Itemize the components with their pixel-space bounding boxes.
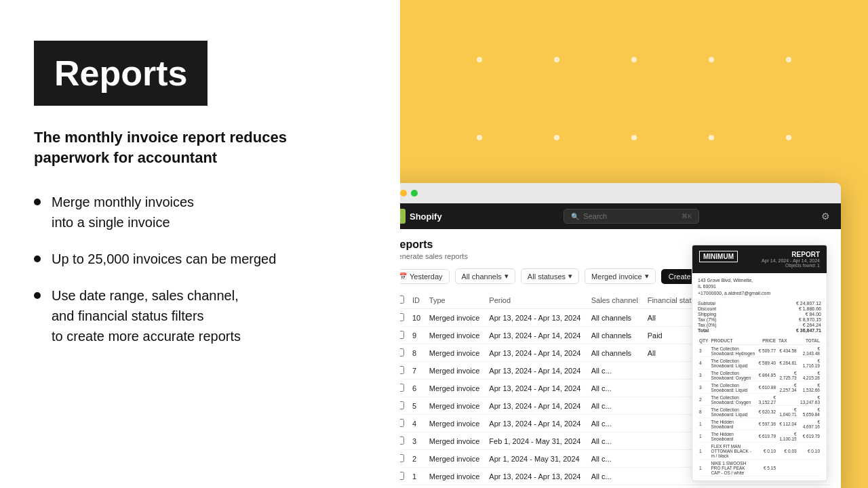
col-type: Type [425, 292, 486, 309]
row-period: Apr 13, 2024 - Apr 14, 2024 [485, 415, 587, 432]
invoice-preview: MINIMUM REPORT Apr 14, 2024 - Apr 14, 20… [692, 245, 827, 481]
bullet-item-1: Merge monthly invoices into a single inv… [34, 192, 366, 232]
invoice-total-row: Discount€ 1,886.66 [698, 306, 821, 311]
bullet-text-1: Merge monthly invoices into a single inv… [52, 192, 194, 232]
row-id: 8 [408, 344, 425, 362]
row-type: Merged invoice [425, 415, 486, 432]
shopify-logo-icon: S [400, 209, 406, 224]
invoice-total-row: Total€ 36,847.71 [698, 328, 821, 333]
invoice-header: MINIMUM REPORT Apr 14, 2024 - Apr 14, 20… [692, 245, 827, 273]
dot [441, 98, 518, 176]
invoice-product-row: 1The Hidden Snowboard€ 597.36€ 112.04€ 4… [698, 418, 821, 430]
dot [673, 20, 750, 98]
row-checkbox[interactable] [400, 327, 408, 344]
dot [750, 98, 827, 176]
row-type: Merged invoice [425, 344, 486, 362]
traffic-light-green[interactable] [411, 190, 418, 197]
calendar-icon: 📅 [400, 272, 407, 280]
reports-badge: Reports [34, 41, 208, 106]
row-id: 5 [408, 397, 425, 415]
invoice-product-row: 3The Collection Snowboard: Oxygen€ 864.8… [698, 369, 821, 382]
invoice-report-label: REPORT [762, 251, 820, 258]
chevron-down-icon: ▾ [568, 272, 572, 281]
filter-statuses-btn[interactable]: All statuses ▾ [521, 268, 579, 284]
invoice-address: 143 Grove Blvd, Wilmette,IL 60091+170000… [698, 277, 821, 297]
bullet-list: Merge monthly invoices into a single inv… [34, 192, 366, 346]
invoice-body: 143 Grove Blvd, Wilmette,IL 60091+170000… [692, 273, 827, 481]
row-checkbox[interactable] [400, 450, 408, 468]
dot [518, 98, 595, 176]
right-panel: S Shopify 🔍 ⌘K ⚙ Reports Generate sales … [400, 0, 868, 488]
row-type: Merged invoice [425, 362, 486, 380]
browser-titlebar [400, 183, 841, 203]
chevron-down-icon: ▾ [645, 272, 649, 281]
invoice-col-qty: QTY [698, 337, 709, 345]
filter-type-btn[interactable]: Merged invoice ▾ [585, 268, 656, 284]
invoice-total-row: Subtotal€ 24,807.12 [698, 301, 821, 306]
select-all-checkbox[interactable] [400, 296, 404, 304]
col-period: Period [485, 292, 587, 309]
bullet-text-3: Use date range, sales channel, and finan… [52, 285, 241, 346]
invoice-col-price: PRICE [756, 337, 777, 345]
search-bar[interactable]: 🔍 ⌘K [564, 209, 699, 224]
row-checkbox[interactable] [400, 380, 408, 397]
shopify-logo: S Shopify [400, 209, 442, 224]
row-type: Merged invoice [425, 309, 486, 327]
invoice-total-row: Tax (7%)€ 8,970.15 [698, 317, 821, 322]
bullet-text-2: Up to 25,000 invoices can be merged [52, 249, 276, 269]
bullet-item-3: Use date range, sales channel, and finan… [34, 285, 366, 346]
invoice-product-row: 2The Collection Snowboard: Oxygen€ 3,152… [698, 394, 821, 406]
row-checkbox[interactable] [400, 309, 408, 327]
search-shortcut: ⌘K [682, 213, 692, 220]
row-checkbox[interactable] [400, 468, 408, 485]
row-channel: All channels [587, 327, 644, 344]
traffic-light-yellow[interactable] [400, 190, 407, 197]
bullet-dot-2 [34, 256, 41, 262]
bullet-dot-3 [34, 292, 41, 299]
dot [595, 98, 673, 176]
invoice-col-product: PRODUCT [709, 337, 756, 345]
invoice-minimum-label: MINIMUM [699, 251, 738, 262]
bullet-dot-1 [34, 199, 41, 205]
shopify-logo-text: Shopify [410, 211, 442, 222]
dot [750, 20, 827, 98]
col-checkbox [400, 292, 408, 309]
row-id: 1 [408, 468, 425, 485]
row-id: 2 [408, 450, 425, 468]
row-checkbox[interactable] [400, 344, 408, 362]
row-channel: All c... [587, 397, 644, 415]
invoice-product-row: 1FLEX FIT MAN OTTOMAN BLACK - m / black€… [698, 443, 821, 460]
row-id: 4 [408, 415, 425, 432]
invoice-products-table: QTYPRODUCTPRICETAXTOTAL 3The Collection … [698, 337, 821, 476]
row-checkbox[interactable] [400, 415, 408, 432]
row-channel: All c... [587, 468, 644, 485]
row-channel: All channels [587, 309, 644, 327]
row-period: Apr 13, 2024 - Apr 14, 2024 [485, 362, 587, 380]
invoice-product-row: 4The Collection Snowboard: Liquid€ 589.4… [698, 357, 821, 369]
row-channel: All c... [587, 362, 644, 380]
row-checkbox[interactable] [400, 362, 408, 380]
filter-yesterday-btn[interactable]: 📅 Yesterday [400, 269, 450, 284]
nav-icon: ⚙ [821, 211, 830, 222]
row-type: Merged invoice [425, 468, 486, 485]
row-period: Apr 1, 2024 - May 31, 2024 [485, 450, 587, 468]
row-id: 3 [408, 432, 425, 450]
invoice-report-objects: Objects found: 1 [762, 263, 820, 268]
invoice-total-row: Shipping€ 84.00 [698, 312, 821, 317]
row-channel: All c... [587, 415, 644, 432]
search-input[interactable] [583, 212, 677, 220]
row-channel: All c... [587, 380, 644, 397]
row-type: Merged invoice [425, 327, 486, 344]
chevron-down-icon: ▾ [505, 272, 509, 281]
row-period: Feb 1, 2024 - May 31, 2024 [485, 432, 587, 450]
row-checkbox[interactable] [400, 432, 408, 450]
row-type: Merged invoice [425, 380, 486, 397]
row-checkbox[interactable] [400, 397, 408, 415]
row-period: Apr 13, 2024 - Apr 13, 2024 [485, 468, 587, 485]
invoice-product-row: 8The Collection Snowboard: Liquid€ 620.3… [698, 406, 821, 418]
row-type: Merged invoice [425, 397, 486, 415]
invoice-product-row: 3The Collection Snowboard: Hydrogen€ 509… [698, 345, 821, 357]
col-channel: Sales channel [587, 292, 644, 309]
row-type: Merged invoice [425, 432, 486, 450]
filter-channels-btn[interactable]: All channels ▾ [455, 268, 515, 284]
